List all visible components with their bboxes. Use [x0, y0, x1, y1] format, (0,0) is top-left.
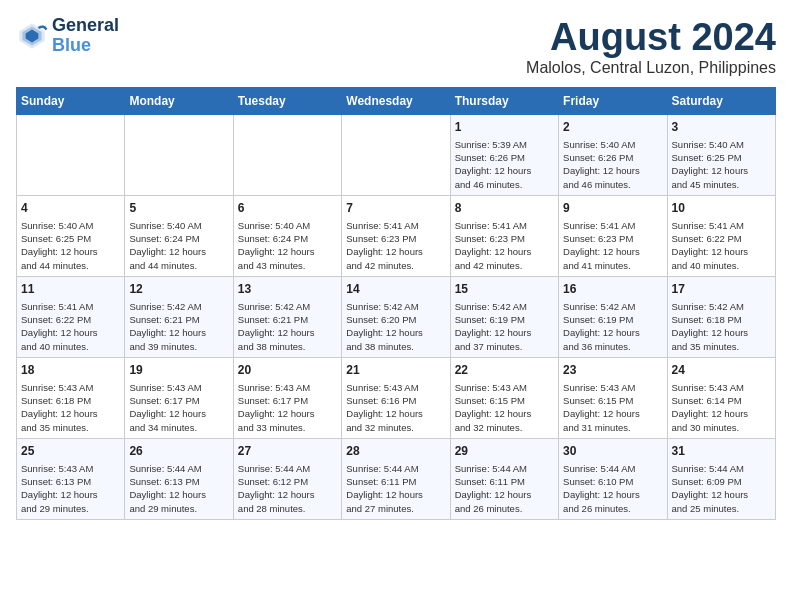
calendar-cell: 30Sunrise: 5:44 AM Sunset: 6:10 PM Dayli… — [559, 438, 667, 519]
day-number: 2 — [563, 119, 662, 136]
weekday-header-sunday: Sunday — [17, 88, 125, 115]
calendar-cell: 19Sunrise: 5:43 AM Sunset: 6:17 PM Dayli… — [125, 357, 233, 438]
calendar-week-1: 1Sunrise: 5:39 AM Sunset: 6:26 PM Daylig… — [17, 115, 776, 196]
day-info: Sunrise: 5:42 AM Sunset: 6:19 PM Dayligh… — [563, 300, 662, 353]
logo-line1: General — [52, 16, 119, 36]
day-info: Sunrise: 5:43 AM Sunset: 6:15 PM Dayligh… — [563, 381, 662, 434]
logo-line2: Blue — [52, 36, 119, 56]
day-number: 5 — [129, 200, 228, 217]
day-number: 22 — [455, 362, 554, 379]
day-info: Sunrise: 5:44 AM Sunset: 6:09 PM Dayligh… — [672, 462, 771, 515]
calendar-cell: 27Sunrise: 5:44 AM Sunset: 6:12 PM Dayli… — [233, 438, 341, 519]
day-number: 9 — [563, 200, 662, 217]
calendar-body: 1Sunrise: 5:39 AM Sunset: 6:26 PM Daylig… — [17, 115, 776, 520]
month-title: August 2024 — [526, 16, 776, 59]
day-number: 26 — [129, 443, 228, 460]
calendar-cell: 21Sunrise: 5:43 AM Sunset: 6:16 PM Dayli… — [342, 357, 450, 438]
calendar-week-4: 18Sunrise: 5:43 AM Sunset: 6:18 PM Dayli… — [17, 357, 776, 438]
day-info: Sunrise: 5:43 AM Sunset: 6:16 PM Dayligh… — [346, 381, 445, 434]
weekday-header-thursday: Thursday — [450, 88, 558, 115]
calendar-cell: 25Sunrise: 5:43 AM Sunset: 6:13 PM Dayli… — [17, 438, 125, 519]
day-info: Sunrise: 5:42 AM Sunset: 6:21 PM Dayligh… — [238, 300, 337, 353]
day-info: Sunrise: 5:40 AM Sunset: 6:24 PM Dayligh… — [129, 219, 228, 272]
day-info: Sunrise: 5:43 AM Sunset: 6:14 PM Dayligh… — [672, 381, 771, 434]
day-info: Sunrise: 5:43 AM Sunset: 6:15 PM Dayligh… — [455, 381, 554, 434]
calendar-cell: 18Sunrise: 5:43 AM Sunset: 6:18 PM Dayli… — [17, 357, 125, 438]
day-number: 12 — [129, 281, 228, 298]
day-number: 31 — [672, 443, 771, 460]
calendar-cell — [233, 115, 341, 196]
calendar-cell: 2Sunrise: 5:40 AM Sunset: 6:26 PM Daylig… — [559, 115, 667, 196]
day-number: 19 — [129, 362, 228, 379]
day-number: 6 — [238, 200, 337, 217]
calendar-cell: 5Sunrise: 5:40 AM Sunset: 6:24 PM Daylig… — [125, 195, 233, 276]
location-title: Malolos, Central Luzon, Philippines — [526, 59, 776, 77]
day-number: 14 — [346, 281, 445, 298]
weekday-header-row: SundayMondayTuesdayWednesdayThursdayFrid… — [17, 88, 776, 115]
calendar-cell: 22Sunrise: 5:43 AM Sunset: 6:15 PM Dayli… — [450, 357, 558, 438]
calendar-cell — [342, 115, 450, 196]
calendar-cell: 31Sunrise: 5:44 AM Sunset: 6:09 PM Dayli… — [667, 438, 775, 519]
day-number: 25 — [21, 443, 120, 460]
calendar-cell: 16Sunrise: 5:42 AM Sunset: 6:19 PM Dayli… — [559, 276, 667, 357]
calendar-cell: 29Sunrise: 5:44 AM Sunset: 6:11 PM Dayli… — [450, 438, 558, 519]
weekday-header-saturday: Saturday — [667, 88, 775, 115]
calendar-cell: 20Sunrise: 5:43 AM Sunset: 6:17 PM Dayli… — [233, 357, 341, 438]
logo-icon — [16, 20, 48, 52]
calendar-cell: 1Sunrise: 5:39 AM Sunset: 6:26 PM Daylig… — [450, 115, 558, 196]
day-info: Sunrise: 5:42 AM Sunset: 6:19 PM Dayligh… — [455, 300, 554, 353]
day-number: 7 — [346, 200, 445, 217]
weekday-header-wednesday: Wednesday — [342, 88, 450, 115]
day-info: Sunrise: 5:42 AM Sunset: 6:21 PM Dayligh… — [129, 300, 228, 353]
day-info: Sunrise: 5:40 AM Sunset: 6:24 PM Dayligh… — [238, 219, 337, 272]
calendar-cell: 8Sunrise: 5:41 AM Sunset: 6:23 PM Daylig… — [450, 195, 558, 276]
calendar-cell: 7Sunrise: 5:41 AM Sunset: 6:23 PM Daylig… — [342, 195, 450, 276]
calendar-cell: 4Sunrise: 5:40 AM Sunset: 6:25 PM Daylig… — [17, 195, 125, 276]
day-info: Sunrise: 5:40 AM Sunset: 6:25 PM Dayligh… — [672, 138, 771, 191]
calendar-cell: 12Sunrise: 5:42 AM Sunset: 6:21 PM Dayli… — [125, 276, 233, 357]
calendar-week-2: 4Sunrise: 5:40 AM Sunset: 6:25 PM Daylig… — [17, 195, 776, 276]
weekday-header-monday: Monday — [125, 88, 233, 115]
day-info: Sunrise: 5:40 AM Sunset: 6:26 PM Dayligh… — [563, 138, 662, 191]
day-info: Sunrise: 5:43 AM Sunset: 6:17 PM Dayligh… — [129, 381, 228, 434]
calendar-cell: 10Sunrise: 5:41 AM Sunset: 6:22 PM Dayli… — [667, 195, 775, 276]
day-number: 10 — [672, 200, 771, 217]
calendar-cell: 3Sunrise: 5:40 AM Sunset: 6:25 PM Daylig… — [667, 115, 775, 196]
calendar-week-5: 25Sunrise: 5:43 AM Sunset: 6:13 PM Dayli… — [17, 438, 776, 519]
page-header: General Blue August 2024 Malolos, Centra… — [16, 16, 776, 77]
weekday-header-friday: Friday — [559, 88, 667, 115]
day-number: 3 — [672, 119, 771, 136]
logo: General Blue — [16, 16, 119, 56]
calendar-header: SundayMondayTuesdayWednesdayThursdayFrid… — [17, 88, 776, 115]
day-number: 29 — [455, 443, 554, 460]
calendar-cell — [125, 115, 233, 196]
day-number: 11 — [21, 281, 120, 298]
day-number: 1 — [455, 119, 554, 136]
day-info: Sunrise: 5:44 AM Sunset: 6:10 PM Dayligh… — [563, 462, 662, 515]
calendar-cell: 15Sunrise: 5:42 AM Sunset: 6:19 PM Dayli… — [450, 276, 558, 357]
day-info: Sunrise: 5:44 AM Sunset: 6:12 PM Dayligh… — [238, 462, 337, 515]
weekday-header-tuesday: Tuesday — [233, 88, 341, 115]
day-number: 28 — [346, 443, 445, 460]
day-info: Sunrise: 5:41 AM Sunset: 6:23 PM Dayligh… — [346, 219, 445, 272]
day-number: 23 — [563, 362, 662, 379]
day-number: 24 — [672, 362, 771, 379]
day-info: Sunrise: 5:43 AM Sunset: 6:18 PM Dayligh… — [21, 381, 120, 434]
day-info: Sunrise: 5:40 AM Sunset: 6:25 PM Dayligh… — [21, 219, 120, 272]
day-info: Sunrise: 5:42 AM Sunset: 6:20 PM Dayligh… — [346, 300, 445, 353]
day-number: 18 — [21, 362, 120, 379]
day-info: Sunrise: 5:44 AM Sunset: 6:11 PM Dayligh… — [346, 462, 445, 515]
day-info: Sunrise: 5:43 AM Sunset: 6:17 PM Dayligh… — [238, 381, 337, 434]
day-number: 21 — [346, 362, 445, 379]
day-info: Sunrise: 5:39 AM Sunset: 6:26 PM Dayligh… — [455, 138, 554, 191]
day-info: Sunrise: 5:41 AM Sunset: 6:22 PM Dayligh… — [21, 300, 120, 353]
calendar-cell: 9Sunrise: 5:41 AM Sunset: 6:23 PM Daylig… — [559, 195, 667, 276]
calendar-cell: 6Sunrise: 5:40 AM Sunset: 6:24 PM Daylig… — [233, 195, 341, 276]
calendar-cell: 11Sunrise: 5:41 AM Sunset: 6:22 PM Dayli… — [17, 276, 125, 357]
day-number: 15 — [455, 281, 554, 298]
day-number: 4 — [21, 200, 120, 217]
day-number: 8 — [455, 200, 554, 217]
day-number: 16 — [563, 281, 662, 298]
calendar-cell: 14Sunrise: 5:42 AM Sunset: 6:20 PM Dayli… — [342, 276, 450, 357]
day-number: 30 — [563, 443, 662, 460]
